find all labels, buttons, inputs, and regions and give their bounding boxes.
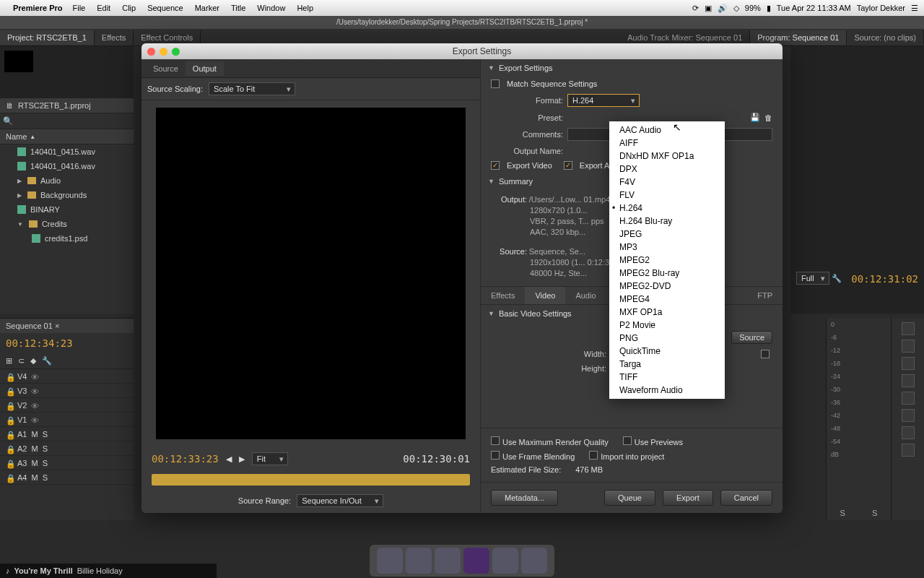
selection-tool[interactable] [902,322,915,335]
max-quality-checkbox[interactable] [491,436,500,445]
queue-button[interactable]: Queue [604,490,655,506]
export-settings-header[interactable]: Export Settings [481,59,783,77]
step-fwd-icon[interactable]: ▶ [239,454,245,464]
ripple-tool[interactable] [902,357,915,370]
dock-app-icon[interactable] [406,548,432,574]
audio-track-A3[interactable]: 🔒A3MS [0,456,134,470]
meter-solo-2[interactable]: S [872,509,877,517]
project-name-header[interactable]: Name▲ [0,129,134,144]
format-option[interactable]: AIFF [609,137,725,150]
cancel-button[interactable]: Cancel [720,490,772,506]
volume-icon[interactable]: 🔊 [718,4,728,13]
menu-title[interactable]: Title [231,4,245,12]
zoom-icon[interactable] [172,48,180,56]
scrub-bar[interactable] [152,474,470,486]
tab-audio-mixer[interactable]: Audio Track Mixer: Sequence 01 [620,30,750,45]
dock-quicktime-icon[interactable] [492,548,518,574]
dropbox-icon[interactable]: ▣ [705,4,712,13]
format-option[interactable]: Waveform Audio [609,384,725,397]
source-scaling-select[interactable]: Scale To Fit [209,82,295,95]
use-previews-checkbox[interactable] [623,436,632,445]
format-option[interactable]: P2 Movie [609,319,725,332]
format-option[interactable]: Targa [609,358,725,371]
bin-backgrounds[interactable]: Backgrounds [0,188,134,202]
import-project-checkbox[interactable] [589,451,598,460]
frame-blending-checkbox[interactable] [491,451,500,460]
format-dropdown-list[interactable]: AAC AudioAIFFDNxHD MXF OP1aDPXF4VFLVH.26… [609,121,725,399]
tab-source[interactable]: Source: (no clips) [847,30,924,45]
subtab-audio[interactable]: Audio [565,287,606,304]
fit-select[interactable]: Fit [252,452,288,465]
source-range-select[interactable]: Sequence In/Out [297,494,383,507]
format-option[interactable]: TIFF [609,371,725,384]
project-search[interactable]: 🔍 [0,113,134,129]
project-item[interactable]: 140401_0416.wav [0,159,134,173]
format-option[interactable]: MPEG2 Blu-ray [609,267,725,280]
wrench-icon[interactable]: 🔧 [42,356,52,366]
subtab-effects[interactable]: Effects [481,287,525,304]
tab-source[interactable]: Source [146,61,186,76]
preset-delete-icon[interactable]: 🗑 [764,113,772,122]
format-option[interactable]: H.264 Blu-ray [609,215,725,228]
format-option[interactable]: MPEG2 [609,254,725,267]
menu-edit[interactable]: Edit [97,4,110,12]
dock-finder-icon[interactable] [377,548,403,574]
format-option[interactable]: MPEG2-DVD [609,280,725,293]
slip-tool[interactable] [902,392,915,405]
hand-tool[interactable] [902,426,915,439]
wifi-icon[interactable]: ◇ [733,4,739,13]
menu-clip[interactable]: Clip [122,4,136,12]
project-item[interactable]: credits1.psd [0,231,134,246]
format-option[interactable]: MP3 [609,241,725,254]
format-option[interactable]: DPX [609,163,725,176]
export-audio-checkbox[interactable] [564,161,572,170]
audio-track-A2[interactable]: 🔒A2MS [0,441,134,456]
format-option[interactable]: MPEG4 [609,293,725,306]
format-option[interactable]: JPEG [609,228,725,241]
sequence-tab[interactable]: Sequence 01 × [0,319,134,333]
menu-file[interactable]: File [72,4,85,12]
razor-tool[interactable] [902,374,915,387]
match-source-button[interactable]: Source [731,331,772,344]
project-item[interactable]: 140401_0415.wav [0,144,134,159]
meter-solo-1[interactable]: S [840,509,845,517]
track-select-tool[interactable] [902,340,915,353]
match-sequence-checkbox[interactable] [491,79,500,88]
user-name[interactable]: Taylor Dekker [857,4,905,12]
minimize-icon[interactable] [160,48,167,56]
export-button[interactable]: Export [663,490,713,506]
close-icon[interactable] [147,48,155,56]
audio-track-A4[interactable]: 🔒A4MS [0,470,134,485]
menu-window[interactable]: Window [257,4,285,12]
export-video-checkbox[interactable] [491,161,500,170]
audio-track-A1[interactable]: 🔒A1MS [0,427,134,441]
tab-program[interactable]: Program: Sequence 01 [750,30,847,45]
link-icon[interactable]: ⊂ [18,356,25,366]
snap-icon[interactable]: ⊞ [6,356,12,366]
format-option[interactable]: F4V [609,176,725,189]
project-file-row[interactable]: 🗎 RTSC2ETB_1.prproj [0,98,134,113]
menu-help[interactable]: Help [297,4,313,12]
format-option[interactable]: FLV [609,189,725,202]
format-option[interactable]: MXF OP1a [609,306,725,319]
subtab-ftp[interactable]: FTP [747,287,783,304]
video-track-V1[interactable]: 🔒V1👁 [0,413,134,427]
spotlight-icon[interactable]: ☰ [911,4,918,13]
dock-itunes-icon[interactable] [435,548,461,574]
tab-project[interactable]: Project: RTSC2ETB_1 [0,30,95,45]
menu-marker[interactable]: Marker [195,4,219,12]
in-timecode[interactable]: 00:12:33:23 [152,453,219,465]
tab-output[interactable]: Output [186,61,224,76]
sync-icon[interactable]: ⟳ [692,4,699,13]
format-select[interactable]: H.264 [567,94,640,107]
pen-tool[interactable] [902,409,915,422]
video-track-V3[interactable]: 🔒V3👁 [0,384,134,398]
dock-trash-icon[interactable] [521,548,547,574]
subtab-video[interactable]: Video [525,287,565,304]
dock-premiere-icon[interactable] [463,548,489,574]
tab-effects[interactable]: Effects [95,30,134,45]
bin-credits[interactable]: Credits [0,217,134,231]
format-option[interactable]: QuickTime [609,345,725,358]
dock[interactable] [370,545,554,577]
bin-audio[interactable]: Audio [0,173,134,188]
